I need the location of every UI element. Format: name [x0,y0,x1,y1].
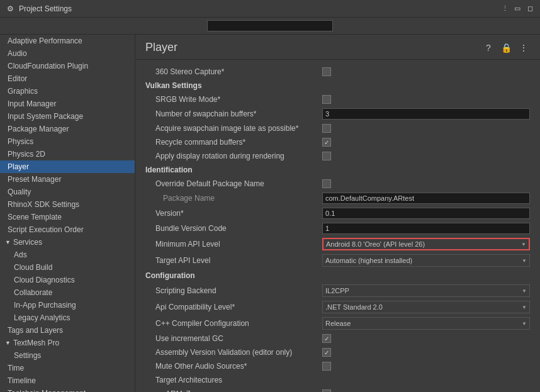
sidebar-item-ads[interactable]: Ads [0,249,135,261]
lock-button[interactable]: 🔒 [500,42,512,54]
sidebar-item-quality[interactable]: Quality [0,186,135,198]
sidebar-section-services[interactable]: ▼ Services [0,236,135,249]
sidebar-item-time[interactable]: Time [0,362,135,374]
apply-display-rotation-checkbox[interactable] [322,152,331,160]
minimum-api-level-dropdown[interactable]: Android 8.0 'Oreo' (API level 26) ▼ [322,238,530,250]
sidebar-item-editor[interactable]: Editor [0,72,135,85]
assembly-version-checkbox[interactable] [322,348,331,357]
package-name-input[interactable] [322,193,530,204]
scripting-backend-control: IL2CPP ▼ [322,284,530,297]
sidebar-item-timeline[interactable]: Timeline [0,374,135,387]
sidebar-item-tags-and-layers[interactable]: Tags and Layers [0,324,135,337]
sidebar-item-graphics[interactable]: Graphics [0,85,135,98]
sidebar-item-legacy-analytics[interactable]: Legacy Analytics [0,311,135,324]
cpp-compiler-dropdown[interactable]: Release ▼ [322,317,530,330]
sidebar-item-toolchain-management[interactable]: Toolchain Management [0,387,135,392]
package-name-control [322,193,530,204]
header-icons: ? 🔒 ⋮ [482,42,530,54]
version-control [322,208,530,219]
version-label: Version* [145,209,322,218]
api-compatibility-arrow-icon: ▼ [522,305,527,310]
sidebar-item-in-app-purchasing[interactable]: In-App Purchasing [0,299,135,311]
version-row: Version* [145,206,530,221]
sidebar-item-cloud-build[interactable]: Cloud Build [0,261,135,274]
srgb-write-control [322,95,530,104]
armv7-label: ARMv7 [145,389,322,392]
bundle-version-code-control [322,223,530,234]
menu-button[interactable]: ⋮ [500,4,510,14]
target-api-level-label: Target API Level [145,256,322,265]
sidebar-item-physics[interactable]: Physics [0,135,135,148]
sidebar-item-package-manager[interactable]: Package Manager [0,123,135,135]
bundle-version-code-input[interactable] [322,223,530,234]
sidebar-item-player[interactable]: Player [0,160,135,173]
sidebar-item-physics-2d[interactable]: Physics 2D [0,148,135,160]
sidebar-item-audio[interactable]: Audio [0,47,135,60]
api-compatibility-control: .NET Standard 2.0 ▼ [322,301,530,313]
minimize-button[interactable]: ▭ [512,4,522,14]
recycle-buffers-checkbox[interactable] [322,138,331,147]
override-package-name-control [322,179,530,188]
apply-display-rotation-control [322,152,530,160]
swapchain-buffers-input[interactable] [322,108,530,120]
incremental-gc-label: Use incremental GC [145,334,322,343]
sidebar-item-rhinox-sdk[interactable]: RhinoX SDK Settings [0,198,135,211]
sidebar-item-scene-template[interactable]: Scene Template [0,211,135,223]
scripting-backend-dropdown[interactable]: IL2CPP ▼ [322,284,530,297]
textmesh-triangle-icon: ▼ [5,340,11,346]
apply-display-rotation-row: Apply display rotation during rendering [145,149,530,163]
version-input[interactable] [322,208,530,219]
search-input[interactable] [207,20,333,31]
target-api-level-arrow-icon: ▼ [522,258,527,264]
api-compatibility-dropdown[interactable]: .NET Standard 2.0 ▼ [322,301,530,313]
stereo-capture-checkbox[interactable] [322,67,331,76]
package-name-label: Package Name [145,194,322,203]
bundle-version-code-row: Bundle Version Code [145,221,530,236]
sidebar-item-adaptive-performance[interactable]: Adaptive Performance [0,35,135,47]
target-api-level-dropdown[interactable]: Automatic (highest installed) ▼ [322,254,530,267]
target-api-level-control: Automatic (highest installed) ▼ [322,254,530,267]
sidebar-item-cloud-diagnostics[interactable]: Cloud Diagnostics [0,274,135,286]
sidebar-item-preset-manager[interactable]: Preset Manager [0,173,135,186]
target-api-level-row: Target API Level Automatic (highest inst… [145,252,530,269]
services-triangle-icon: ▼ [5,239,11,245]
minimum-api-level-label: Minimum API Level [145,240,322,249]
sidebar-item-input-system-package[interactable]: Input System Package [0,110,135,123]
mute-audio-checkbox[interactable] [322,362,331,371]
sidebar-item-textmesh-settings[interactable]: Settings [0,349,135,362]
stereo-capture-label: 360 Stereo Capture* [145,67,322,76]
sidebar-section-textmesh-pro[interactable]: ▼ TextMesh Pro [0,337,135,349]
apply-display-rotation-label: Apply display rotation during rendering [145,152,322,160]
override-package-name-checkbox[interactable] [322,179,331,188]
sidebar-item-input-manager[interactable]: Input Manager [0,98,135,110]
mute-audio-row: Mute Other Audio Sources* [145,359,530,373]
incremental-gc-checkbox[interactable] [322,334,331,343]
settings-body: 360 Stereo Capture* Vulkan Settings SRGB… [135,60,540,392]
services-label: Services [13,238,42,247]
armv7-checkbox[interactable] [322,389,331,392]
vulkan-header-row: Vulkan Settings [145,79,530,92]
srgb-write-checkbox[interactable] [322,95,331,104]
title-bar: ⚙ Project Settings ⋮ ▭ ◻ [0,0,540,18]
scripting-backend-row: Scripting Backend IL2CPP ▼ [145,283,530,299]
more-button[interactable]: ⋮ [517,42,530,54]
incremental-gc-row: Use incremental GC [145,332,530,345]
maximize-button[interactable]: ◻ [525,4,535,14]
mute-audio-control [322,362,530,371]
stereo-capture-row: 360 Stereo Capture* [145,65,530,79]
acquire-swapchain-checkbox[interactable] [322,124,331,133]
armv7-row: ARMv7 [145,387,530,392]
scripting-backend-value: IL2CPP [325,287,349,294]
stereo-capture-control [322,67,530,76]
content-header: Player ? 🔒 ⋮ [135,35,540,60]
sidebar-item-cloudfoundation[interactable]: CloudFoundation Plugin [0,60,135,72]
content-area: Player ? 🔒 ⋮ 360 Stereo Capture* Vulkan … [135,35,540,392]
bundle-version-code-label: Bundle Version Code [145,224,322,233]
identification-header-label: Identification [145,165,530,174]
assembly-version-label: Assembly Version Validation (editor only… [145,348,322,357]
assembly-version-control [322,348,530,357]
sidebar-item-collaborate[interactable]: Collaborate [0,286,135,299]
identification-header-row: Identification [145,163,530,177]
sidebar-item-script-execution-order[interactable]: Script Execution Order [0,223,135,236]
help-button[interactable]: ? [482,42,495,54]
